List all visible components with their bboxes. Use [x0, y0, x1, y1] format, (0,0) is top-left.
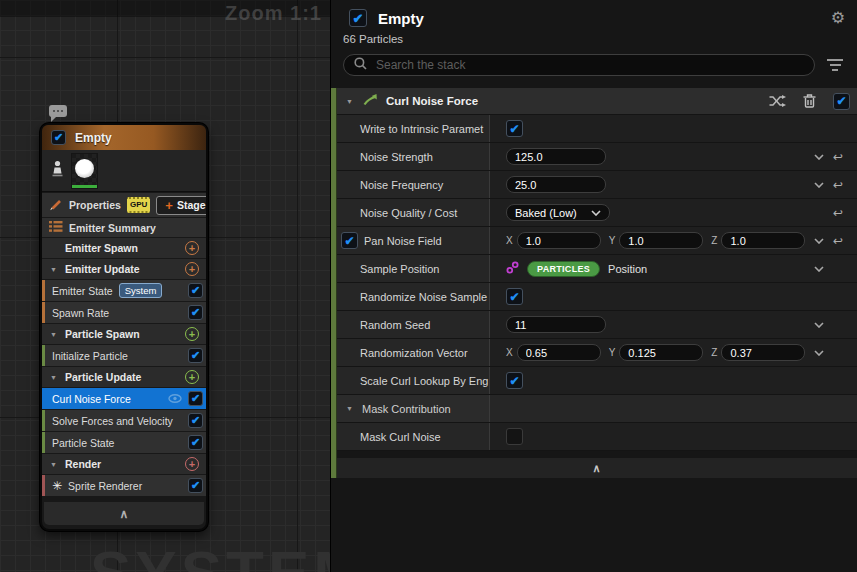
randomization-x-input[interactable] [517, 344, 601, 361]
write-to-intrinsic-checkbox[interactable]: ✔ [506, 120, 523, 137]
stack-group-emitter-update[interactable]: ▼ Emitter Update + [42, 259, 206, 279]
module-enabled-checkbox[interactable]: ✔ [833, 93, 850, 110]
visibility-eye-icon[interactable] [168, 393, 182, 405]
emitter-node-title: Empty [75, 131, 112, 145]
add-module-icon[interactable]: + [185, 370, 199, 384]
property-label: Write to Intrinsic Paramet [360, 123, 483, 135]
selection-panel: ✔ Empty ⚙ 66 Particles ▼ [330, 0, 857, 572]
node-collapse-button[interactable]: ∧ [44, 502, 204, 525]
reset-to-default-icon[interactable]: ↩ [829, 150, 847, 164]
randomize-noise-sample-checkbox[interactable]: ✔ [506, 288, 523, 305]
scale-curl-lookup-checkbox[interactable]: ✔ [506, 372, 523, 389]
reset-to-default-icon[interactable]: ↩ [829, 178, 847, 192]
add-module-icon[interactable]: + [185, 241, 199, 255]
random-seed-input[interactable] [506, 316, 606, 333]
linked-parameter-icon [506, 260, 519, 278]
zoom-level-label: Zoom 1:1 [225, 2, 322, 25]
renderer-enabled-checkbox[interactable]: ✔ [188, 478, 203, 493]
pan-y-input[interactable] [619, 232, 703, 249]
stack-collapse-button[interactable]: ∧ [336, 458, 857, 478]
delete-module-icon[interactable] [803, 94, 816, 108]
value-mode-dropdown-icon[interactable] [809, 182, 829, 188]
value-mode-dropdown-icon[interactable] [809, 154, 829, 160]
collapse-arrow-icon[interactable]: ▼ [346, 98, 356, 105]
emitter-enabled-checkbox[interactable]: ✔ [349, 9, 367, 27]
linked-parameter-name: Position [608, 263, 647, 275]
particle-preview-thumbnail[interactable] [71, 153, 98, 189]
value-mode-dropdown-icon[interactable] [809, 266, 829, 272]
search-icon [354, 56, 367, 74]
noise-quality-dropdown[interactable]: Baked (Low) [506, 204, 610, 221]
stack-item-emitter-state[interactable]: Emitter State System ✔ [42, 280, 206, 301]
emitter-person-icon [51, 160, 64, 182]
module-enabled-checkbox[interactable]: ✔ [188, 348, 203, 363]
property-row-mask-curl-noise: Mask Curl Noise [336, 423, 857, 451]
randomization-z-input[interactable] [721, 344, 805, 361]
module-enabled-checkbox[interactable]: ✔ [188, 435, 203, 450]
stack-item-spawn-rate[interactable]: Spawn Rate ✔ [42, 302, 206, 323]
module-enabled-checkbox[interactable]: ✔ [188, 283, 203, 298]
stack-item-solve-forces-and-velocity[interactable]: Solve Forces and Velocity ✔ [42, 410, 206, 431]
stack-item-initialize-particle[interactable]: Initialize Particle ✔ [42, 345, 206, 366]
collapse-arrow-icon[interactable]: ▼ [50, 461, 60, 468]
section-header-mask-contribution[interactable]: ▼ Mask Contribution [336, 395, 857, 423]
property-row-noise-frequency: Noise Frequency ↩ [336, 171, 857, 199]
pan-x-input[interactable] [517, 232, 601, 249]
summary-list-icon [49, 221, 63, 234]
stack-item-properties[interactable]: Properties GPU + Stage [42, 193, 206, 217]
stack-item-curl-noise-force[interactable]: Curl Noise Force ✔ [42, 388, 206, 409]
collapse-arrow-icon[interactable]: ▼ [50, 374, 60, 381]
stack-item-emitter-summary[interactable]: Emitter Summary [42, 218, 206, 237]
stack-group-particle-update[interactable]: ▼ Particle Update + [42, 367, 206, 387]
reset-to-default-icon[interactable]: ↩ [829, 234, 847, 248]
module-enabled-checkbox[interactable]: ✔ [188, 305, 203, 320]
y-axis-label: Y [609, 347, 616, 358]
gpu-badge: GPU [127, 197, 150, 213]
add-module-icon[interactable]: + [185, 262, 199, 276]
emitter-node[interactable]: ✔ Empty Properties GPU + Stage [40, 123, 208, 531]
reset-to-default-icon[interactable]: ↩ [829, 206, 847, 220]
mask-curl-noise-checkbox[interactable] [506, 428, 523, 445]
noise-frequency-input[interactable] [506, 176, 606, 193]
graph-canvas[interactable]: Zoom 1:1 SYSTEM ✔ Empty Properties GP [0, 0, 330, 572]
property-row-randomization-vector: Randomization Vector X Y Z [336, 339, 857, 367]
comment-bubble-icon[interactable] [49, 105, 67, 117]
niagara-editor: Zoom 1:1 SYSTEM ✔ Empty Properties GP [0, 0, 857, 572]
value-mode-dropdown-icon[interactable] [809, 322, 829, 328]
module-enabled-checkbox[interactable]: ✔ [188, 391, 203, 406]
randomization-y-input[interactable] [619, 344, 703, 361]
stack-group-emitter-spawn[interactable]: ▼ Emitter Spawn + [42, 238, 206, 258]
stack-item-particle-state[interactable]: Particle State ✔ [42, 432, 206, 453]
add-module-icon[interactable]: + [185, 327, 199, 341]
emitter-enabled-checkbox[interactable]: ✔ [51, 130, 66, 145]
filter-icon[interactable] [825, 59, 845, 71]
property-row-random-seed: Random Seed [336, 311, 857, 339]
emitter-thumbnail-row [42, 150, 206, 192]
property-label: Pan Noise Field [364, 235, 442, 247]
stack-group-particle-spawn[interactable]: ▼ Particle Spawn + [42, 324, 206, 344]
pan-z-input[interactable] [721, 232, 805, 249]
stack-group-render[interactable]: ▼ Render + [42, 454, 206, 474]
module-stack: ▼ Curl Noise Force ✔ Write to Intrinsic … [331, 88, 857, 478]
stage-button-label: Stage [177, 199, 206, 211]
module-enabled-checkbox[interactable]: ✔ [188, 413, 203, 428]
collapse-arrow-icon[interactable]: ▼ [50, 331, 60, 338]
noise-strength-input[interactable] [506, 148, 606, 165]
value-mode-dropdown-icon[interactable] [809, 238, 829, 244]
stack-search-bar[interactable] [343, 54, 815, 76]
property-label: Mask Curl Noise [360, 431, 441, 443]
curl-noise-force-header[interactable]: ▼ Curl Noise Force ✔ [336, 88, 857, 115]
value-mode-dropdown-icon[interactable] [809, 350, 829, 356]
emitter-node-header[interactable]: ✔ Empty [42, 125, 206, 150]
stack-item-sprite-renderer[interactable]: ✳ Sprite Renderer ✔ [42, 475, 206, 496]
add-renderer-icon[interactable]: + [185, 457, 199, 471]
system-badge: System [119, 283, 163, 298]
collapse-arrow-icon[interactable]: ▼ [346, 405, 356, 412]
search-input[interactable] [374, 57, 804, 73]
collapse-arrow-icon[interactable]: ▼ [50, 266, 60, 273]
pan-noise-field-checkbox[interactable]: ✔ [341, 232, 358, 249]
property-row-sample-position: Sample Position PARTICLES Position [336, 255, 857, 283]
gear-icon[interactable]: ⚙ [831, 10, 845, 26]
shuffle-version-icon[interactable] [769, 95, 786, 107]
add-stage-button[interactable]: + Stage [156, 196, 206, 215]
